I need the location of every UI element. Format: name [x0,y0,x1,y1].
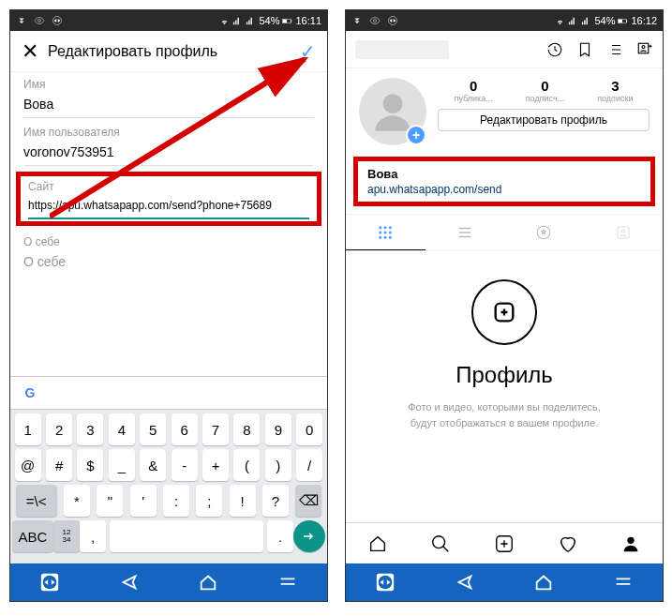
keyboard-key[interactable]: 0 [296,413,322,445]
stat-following[interactable]: 3подписки [597,78,633,103]
keyboard-key[interactable]: ) [265,449,291,481]
back-nav-icon[interactable] [455,572,475,593]
keyboard-key[interactable]: & [140,449,166,481]
phone-left-screenshot: 54% 16:11 ✕ Редактировать профиль ✓ Имя … [9,9,328,602]
status-time: 16:12 [631,15,657,26]
teamviewer-nav-icon[interactable] [375,572,396,593]
keyboard-key[interactable]: 6 [172,413,198,445]
keyboard-key[interactable]: 9 [265,413,291,445]
keyboard-key[interactable]: ⌫ [295,485,321,517]
eye-icon [368,15,381,26]
username-field-section: Имя пользователя voronov753951 [10,120,327,168]
keyboard: G 1234567890 @#$_&-+()/ =\<*"':;!?⌫ ABC … [10,376,327,563]
username-dropdown[interactable] [355,40,449,59]
bio-link[interactable]: apu.whatsapapp.com/send [367,183,641,196]
keyboard-key[interactable]: * [64,485,90,517]
keyboard-key[interactable]: : [163,485,189,517]
android-nav-bar [346,563,663,601]
grid-tab[interactable] [346,215,426,250]
edit-profile-button[interactable]: Редактировать профиль [438,109,650,131]
heart-tab-icon[interactable] [558,533,578,554]
add-post-circle-icon[interactable] [471,279,537,345]
list-icon[interactable] [606,41,623,58]
wifi-icon [555,16,565,26]
battery-icon [618,16,628,26]
list-tab[interactable] [426,215,505,250]
keyboard-row-2: @#$_&-+()/ [12,449,325,481]
keyboard-space-key[interactable] [110,520,263,552]
keyboard-key[interactable]: ( [233,449,260,481]
svg-point-23 [384,235,387,238]
svg-point-8 [374,20,377,23]
keyboard-key[interactable]: 2 [46,413,72,445]
back-nav-icon[interactable] [119,572,140,593]
search-tab-icon[interactable] [430,533,451,554]
confirm-check-icon[interactable]: ✓ [300,40,316,63]
history-icon[interactable] [546,41,563,58]
keyboard-key[interactable]: ! [230,485,256,517]
keyboard-row-1: 1234567890 [12,413,325,445]
home-tab-icon[interactable] [367,533,388,554]
keyboard-key[interactable]: # [46,449,72,481]
add-tab-icon[interactable] [494,533,515,554]
saved-tab[interactable] [584,215,664,250]
recent-nav-icon[interactable] [277,572,298,593]
keyboard-key[interactable]: 8 [233,413,260,445]
stat-posts[interactable]: 0публика... [455,78,493,103]
keyboard-comma-key[interactable]: , [80,520,106,552]
site-input[interactable]: https://apu.whatsapapp.com/send?phone+75… [28,195,309,219]
profile-stats: 0публика... 0подписч... 3подписки Редакт… [438,78,650,145]
keyboard-key[interactable]: ; [196,485,222,517]
keyboard-key[interactable]: 3 [77,413,103,445]
android-nav-bar [10,563,327,601]
home-nav-icon[interactable] [198,572,218,593]
stat-followers[interactable]: 0подписч... [526,78,564,103]
keyboard-key[interactable]: =\< [16,485,57,517]
bookmark-icon[interactable] [576,41,593,58]
keyboard-key[interactable]: " [97,485,123,517]
home-nav-icon[interactable] [533,572,554,593]
keyboard-key[interactable]: ' [130,485,157,517]
keyboard-dot-key[interactable]: . [267,520,293,552]
tagged-tab[interactable] [504,215,584,250]
chevrons-down-icon [351,15,363,26]
instagram-header [346,31,663,68]
keyboard-key[interactable]: / [296,449,322,481]
recent-nav-icon[interactable] [613,572,634,593]
about-input[interactable]: О себе [23,250,314,275]
keyboard-key[interactable]: + [202,449,229,481]
empty-text-1: Фото и видео, которыми вы поделитесь, [365,399,644,415]
keyboard-key[interactable]: @ [15,449,41,481]
keyboard-abc-key[interactable]: ABC [12,520,53,552]
name-input[interactable]: Вова [23,93,314,118]
svg-point-18 [389,226,392,229]
teamviewer-icon [52,15,63,26]
teamviewer-nav-icon[interactable] [39,572,60,593]
username-input[interactable]: voronov753951 [23,141,314,166]
profile-tab-icon[interactable] [620,533,641,554]
svg-point-15 [383,94,403,113]
keyboard-key[interactable]: 4 [109,413,135,445]
keyboard-key[interactable]: _ [109,449,135,481]
avatar-wrap[interactable]: + [359,78,426,145]
phone-right-screenshot: 54% 16:12 + 0публика... 0подписч... 3под… [345,9,664,602]
keyboard-key[interactable]: 5 [140,413,166,445]
add-story-icon[interactable]: + [406,125,426,145]
keyboard-key[interactable]: - [172,449,198,481]
eye-icon [33,15,46,26]
discover-people-icon[interactable] [636,41,653,58]
list-view-icon [456,224,473,241]
google-icon[interactable]: G [20,383,40,403]
keyboard-key[interactable]: $ [77,449,103,481]
battery-percent: 54% [594,15,615,26]
keyboard-go-key[interactable] [293,520,325,552]
keyboard-lang-key[interactable]: 1234 [53,520,80,552]
close-icon[interactable]: ✕ [22,39,48,64]
edit-title: Редактировать профиль [48,43,300,60]
status-bar: 54% 16:12 [346,10,663,31]
keyboard-key[interactable]: ? [262,485,289,517]
keyboard-key[interactable]: 1 [15,413,41,445]
svg-point-17 [384,226,387,229]
keyboard-key[interactable]: 7 [202,413,229,445]
signal-icon-2 [581,16,591,26]
